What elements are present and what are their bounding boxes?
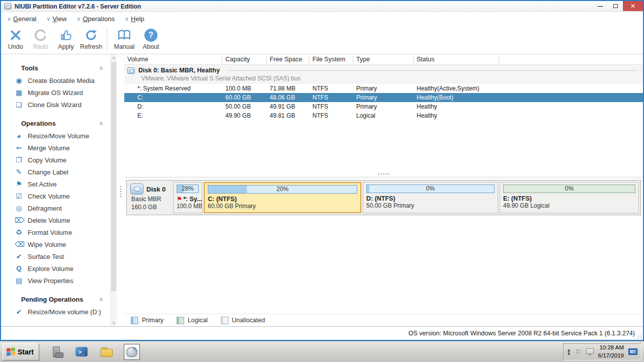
sidebar-item-explore-volume[interactable]: QExplore Volume: [1, 262, 110, 275]
app-icon: [4, 3, 12, 10]
undo-button[interactable]: Undo: [3, 27, 28, 50]
section-header-pending-operations[interactable]: Pending Operations∧: [21, 294, 103, 305]
legend-unallocated: Unallocated: [221, 317, 265, 324]
sidebar-item-change-label[interactable]: ✎Change Label: [1, 166, 110, 178]
window-title: NIUBI Partition Editor v7.2.6 - Server E…: [15, 3, 141, 10]
server-icon: [53, 346, 60, 357]
column-header-type[interactable]: Type: [353, 55, 414, 64]
minimize-button[interactable]: —: [593, 1, 608, 11]
sidebar-item-resize-move-volume[interactable]: ◕Resize/Move Volume: [1, 130, 110, 142]
sidebar-item-wipe-volume[interactable]: ⌫Wipe Volume: [1, 238, 110, 250]
sidebar-item-set-active[interactable]: ⚑Set Active: [1, 178, 110, 190]
column-header-free-space[interactable]: Free Space: [267, 55, 309, 64]
sidebar-item-view-properties[interactable]: ▤View Properties: [1, 275, 110, 287]
checkbox-icon: ☑: [15, 193, 23, 200]
resize-grip[interactable]: [635, 332, 642, 339]
menu-view[interactable]: ∨View: [46, 15, 66, 23]
usage-bar: 0%: [503, 185, 635, 193]
taskbar-clock[interactable]: 10:28 AM 6/17/2019: [598, 344, 624, 359]
disk-group-row[interactable]: Disk 0: Basic MBR, Healthy VMware, VMwar…: [124, 65, 643, 84]
horizontal-splitter-handle[interactable]: [378, 173, 389, 174]
sidebar-item-defragment[interactable]: ◎Defragment: [1, 202, 110, 214]
splitter-handle-icon[interactable]: [120, 186, 121, 197]
quick-launch: >_: [48, 344, 140, 360]
eraser-icon: ⌫: [15, 241, 23, 248]
sidebar-item-clone-disk-wizard[interactable]: ❏Clone Disk Wizard: [1, 99, 110, 111]
remote-desktop-tray-icon[interactable]: [628, 348, 637, 355]
disk-group-subtitle: VMware, VMware Virtual S Serial Attached…: [127, 75, 643, 82]
column-header-file-system[interactable]: File System: [309, 55, 353, 64]
sidebar-item-format-volume[interactable]: ♻Format Volume: [1, 226, 110, 238]
column-header-volume[interactable]: Volume: [124, 55, 222, 64]
sidebar-item-delete-volume[interactable]: ⌦Delete Volume: [1, 214, 110, 226]
disc-icon: ◉: [15, 77, 23, 84]
sidebar-item-surface-test[interactable]: ✔Surface Test: [1, 250, 110, 262]
legend-primary: Primary: [131, 317, 164, 324]
check-icon: ✔: [15, 253, 23, 260]
sidebar-scrollbar[interactable]: ∧ ∨: [110, 54, 117, 326]
properties-icon: ▤: [15, 277, 23, 284]
taskbar: Start >_ ∧∧ ⚐ 10:28 AM 6/17/2019: [0, 341, 644, 362]
menu-operations[interactable]: ∨Operations: [76, 15, 115, 23]
powershell-taskbar-icon[interactable]: >_: [73, 344, 90, 360]
network-tray-icon[interactable]: [586, 348, 594, 354]
sidebar-item-merge-volume[interactable]: ⇐Merge Volume: [1, 142, 110, 154]
show-hidden-icons-chevron[interactable]: ∧∧: [567, 349, 571, 355]
maximize-button[interactable]: [608, 1, 623, 11]
action-center-flag-icon[interactable]: ⚐: [575, 348, 582, 356]
scrollbar-thumb[interactable]: [111, 62, 116, 291]
column-header-status[interactable]: Status: [414, 55, 499, 64]
disk-map: Disk 0 Basic MBR 160.0 GB 28% ⚑*: Sy... …: [124, 177, 643, 326]
about-button[interactable]: ? About: [138, 27, 164, 50]
table-row-e[interactable]: E: 49.90 GB 49.81 GB NTFS Logical Health…: [124, 111, 643, 120]
sidebar-item-migrate-os-wizard[interactable]: ▦Migrate OS Wizard: [1, 86, 110, 99]
sidebar-splitter[interactable]: [117, 54, 124, 326]
apply-button[interactable]: Apply: [53, 27, 78, 50]
table-row-system-reserved[interactable]: *: System Reserved 100.0 MB 71.88 MB NTF…: [124, 84, 643, 93]
table-row-c-selected[interactable]: C: 60.00 GB 48.06 GB NTFS Primary Health…: [124, 93, 643, 102]
section-header-operations[interactable]: Operations∧: [21, 118, 103, 129]
window-controls: — ✕: [593, 1, 643, 11]
column-header-capacity[interactable]: Capacity: [222, 55, 267, 64]
sidebar-item-check-volume[interactable]: ☑Check Volume: [1, 190, 110, 202]
usage-bar: 20%: [208, 185, 357, 194]
partition-block-d[interactable]: 0% D: (NTFS) 50.00 GB Primary: [363, 182, 498, 213]
legend-logical: Logical: [177, 317, 208, 324]
menu-help[interactable]: ∨Help: [125, 15, 144, 23]
sidebar-item-copy-volume[interactable]: ❐Copy Volume: [1, 154, 110, 166]
table-row-d[interactable]: D: 50.00 GB 49.91 GB NTFS Primary Health…: [124, 102, 643, 111]
refresh-button[interactable]: Refresh: [78, 27, 104, 50]
section-header-tools[interactable]: Tools∧: [21, 62, 103, 73]
toolbar: Undo Redo Apply Refresh Manual: [1, 25, 643, 54]
scroll-up-icon[interactable]: ∧: [111, 54, 117, 61]
server-manager-taskbar-icon[interactable]: [48, 344, 64, 360]
thumbs-up-icon: [53, 27, 78, 43]
magnifier-icon: Q: [15, 265, 23, 272]
primary-swatch-icon: [131, 317, 138, 324]
partition-block-e[interactable]: 0% E: (NTFS) 49.90 GB Logical: [500, 182, 639, 213]
scroll-down-icon[interactable]: ∨: [111, 319, 117, 326]
partition-block-system-reserved[interactable]: 28% ⚑*: Sy... 100.0 MB: [173, 182, 202, 213]
start-button[interactable]: Start: [3, 343, 39, 360]
divider: [227, 70, 638, 71]
pending-operation-item[interactable]: ✔Resize/Move volume (D:): [1, 306, 110, 318]
powershell-icon: >_: [75, 347, 88, 356]
redo-button[interactable]: Redo: [28, 27, 53, 50]
clone-icon: ❏: [15, 101, 23, 108]
partition-block-c-selected[interactable]: 20% C: (NTFS) 60.00 GB Primary: [204, 182, 361, 213]
toolbar-separator: [107, 28, 107, 51]
niubi-taskbar-icon-active[interactable]: [124, 344, 140, 360]
usage-bar: 28%: [177, 185, 199, 193]
explorer-taskbar-icon[interactable]: [99, 344, 115, 360]
recycle-icon: ♻: [15, 229, 23, 236]
close-button[interactable]: ✕: [623, 1, 643, 11]
sidebar-item-create-bootable-media[interactable]: ◉Create Bootable Media: [1, 74, 110, 86]
disk-0-info[interactable]: Disk 0 Basic MBR 160.0 GB: [128, 182, 172, 213]
defragment-icon: ◎: [15, 205, 23, 212]
table-header: Volume Capacity Free Space File System T…: [124, 54, 643, 65]
chevron-down-icon: ∨: [125, 16, 129, 22]
question-circle-icon: ?: [138, 27, 164, 43]
menu-general[interactable]: ∨General: [7, 15, 36, 23]
book-icon: [110, 27, 138, 43]
manual-button[interactable]: Manual: [110, 27, 138, 50]
